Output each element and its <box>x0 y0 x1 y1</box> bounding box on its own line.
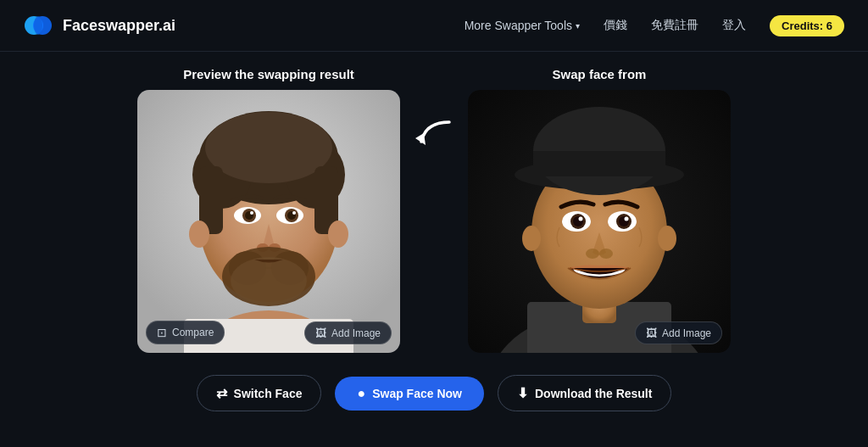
right-panel: Swap face from <box>468 67 731 353</box>
switch-face-icon: ⇄ <box>216 385 227 401</box>
nav-price[interactable]: 價錢 <box>604 18 627 33</box>
swap-face-now-button[interactable]: ● Swap Face Now <box>335 377 483 411</box>
swap-arrow-icon <box>409 109 459 160</box>
credits-badge[interactable]: Credits: 6 <box>770 15 844 36</box>
svg-point-22 <box>292 211 296 215</box>
download-label: Download the Result <box>535 387 652 400</box>
svg-point-21 <box>250 211 253 215</box>
left-panel: Preview the swapping result <box>137 67 400 353</box>
download-icon: ⬇ <box>517 385 528 401</box>
svg-point-38 <box>522 226 541 251</box>
switch-face-label: Switch Face <box>234 387 303 400</box>
nav-login[interactable]: 登入 <box>722 18 746 33</box>
arrow-area <box>400 67 468 160</box>
right-panel-title: Swap face from <box>553 67 647 81</box>
right-add-image-button[interactable]: 🖼 Add Image <box>635 321 722 344</box>
logo-area: Faceswapper.ai <box>24 10 175 41</box>
svg-point-10 <box>205 112 332 183</box>
right-face-image <box>468 90 731 353</box>
nav-register[interactable]: 免費註冊 <box>651 18 698 33</box>
logo-text: Faceswapper.ai <box>63 17 175 35</box>
compare-button[interactable]: ⊡ Compare <box>146 321 225 344</box>
left-face-image <box>137 90 400 353</box>
left-add-image-button[interactable]: 🖼 Add Image <box>304 321 392 344</box>
right-add-image-label: Add Image <box>662 327 711 339</box>
svg-point-47 <box>625 217 629 221</box>
svg-point-13 <box>189 221 209 248</box>
svg-point-28 <box>231 257 307 305</box>
main-content: Preview the swapping result <box>0 52 868 361</box>
right-add-image-icon: 🖼 <box>646 327 657 339</box>
svg-point-49 <box>599 249 613 259</box>
svg-point-48 <box>586 249 599 259</box>
header: Faceswapper.ai More Swapper Tools ▾ 價錢 免… <box>0 0 868 52</box>
switch-face-button[interactable]: ⇄ Switch Face <box>197 375 322 411</box>
svg-rect-37 <box>533 151 665 176</box>
compare-label: Compare <box>172 327 214 338</box>
chevron-down-icon: ▾ <box>576 21 580 31</box>
svg-point-14 <box>328 221 348 248</box>
right-image-container: 🖼 Add Image <box>468 90 731 353</box>
left-image-container: ⊡ Compare 🖼 Add Image <box>137 90 400 353</box>
left-add-image-label: Add Image <box>331 327 381 339</box>
swap-face-label: Swap Face Now <box>372 387 462 400</box>
svg-marker-29 <box>415 133 426 145</box>
left-add-image-icon: 🖼 <box>315 327 326 339</box>
svg-point-2 <box>34 16 42 35</box>
nav-more-tools[interactable]: More Swapper Tools ▾ <box>465 19 580 32</box>
left-panel-title: Preview the swapping result <box>183 67 354 81</box>
compare-icon: ⊡ <box>157 326 167 339</box>
bottom-buttons: ⇄ Switch Face ● Swap Face Now ⬇ Download… <box>0 361 868 411</box>
nav-area: More Swapper Tools ▾ 價錢 免費註冊 登入 Credits:… <box>465 15 844 36</box>
download-result-button[interactable]: ⬇ Download the Result <box>498 375 671 411</box>
svg-point-39 <box>658 226 676 251</box>
svg-point-46 <box>579 217 583 221</box>
logo-icon <box>24 10 54 41</box>
swap-face-icon: ● <box>357 386 365 401</box>
